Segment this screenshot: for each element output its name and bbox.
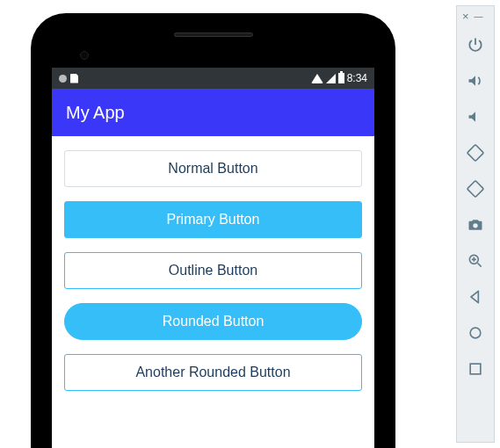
rotate-left-icon[interactable]	[456, 134, 495, 170]
front-camera	[80, 51, 89, 60]
clock-text: 8:34	[347, 72, 367, 84]
speaker-grille	[174, 33, 253, 37]
volume-up-icon[interactable]	[456, 62, 495, 98]
zoom-icon[interactable]	[456, 242, 495, 278]
overview-icon[interactable]	[456, 350, 495, 387]
close-icon[interactable]: ×	[462, 10, 469, 23]
device-frame: 8:34 My App Normal Button Primary Button…	[31, 13, 395, 448]
emulator-toolbar: × —	[456, 5, 495, 443]
svg-rect-0	[467, 144, 484, 161]
device-screen: 8:34 My App Normal Button Primary Button…	[52, 68, 374, 448]
power-icon[interactable]	[456, 26, 495, 62]
wifi-icon	[311, 74, 323, 83]
content-area: Normal Button Primary Button Outline But…	[52, 136, 374, 405]
svg-point-2	[473, 223, 477, 228]
outline-button[interactable]: Outline Button	[64, 252, 362, 289]
normal-button[interactable]: Normal Button	[64, 150, 362, 187]
battery-icon	[338, 73, 344, 83]
rounded-button[interactable]: Rounded Button	[64, 303, 362, 340]
another-rounded-button[interactable]: Another Rounded Button	[64, 354, 362, 391]
primary-button[interactable]: Primary Button	[64, 201, 362, 238]
camera-icon[interactable]	[456, 206, 495, 242]
svg-rect-1	[467, 180, 484, 197]
volume-down-icon[interactable]	[456, 98, 495, 134]
status-left	[59, 74, 78, 83]
device-inner: 8:34 My App Normal Button Primary Button…	[40, 22, 387, 448]
svg-rect-5	[470, 364, 481, 374]
back-icon[interactable]	[456, 278, 495, 314]
home-icon[interactable]	[456, 314, 495, 350]
rotate-right-icon[interactable]	[456, 170, 495, 206]
sd-card-icon	[70, 74, 78, 83]
svg-point-4	[470, 328, 481, 338]
minimize-icon[interactable]: —	[475, 10, 483, 23]
android-status-bar: 8:34	[52, 68, 374, 89]
app-bar: My App	[52, 89, 374, 136]
app-title: My App	[66, 103, 125, 123]
cellular-icon	[326, 74, 336, 83]
notification-dot-icon	[59, 75, 67, 83]
status-right: 8:34	[311, 72, 367, 84]
